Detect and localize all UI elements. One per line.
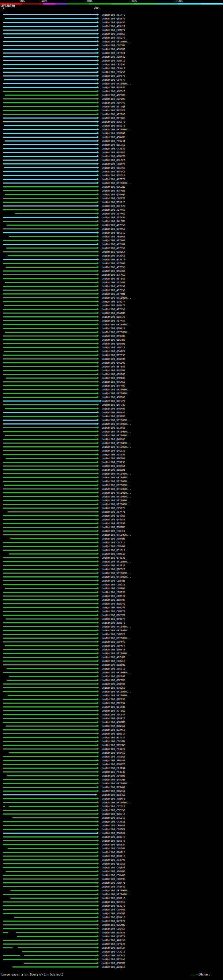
hit-label[interactable]: UniRef100_B7G216 bbox=[102, 817, 125, 819]
hit-row[interactable]: UniRef100_UPI0000... bbox=[0, 296, 223, 300]
hit-label[interactable]: UniRef100_B4L5M3 bbox=[102, 220, 125, 223]
hit-bar[interactable] bbox=[3, 370, 97, 371]
hit-label[interactable]: UniRef100_B46M93 bbox=[102, 407, 125, 410]
hit-label[interactable]: UniRef100_UPI0000... bbox=[102, 480, 131, 483]
hit-label[interactable]: UniRef100_A9RRM6 bbox=[102, 538, 125, 540]
hit-bar[interactable] bbox=[3, 833, 97, 834]
hit-label[interactable]: UniRef100_Q8SW75 bbox=[102, 18, 125, 20]
hit-label[interactable]: UniRef100_P62996 bbox=[102, 522, 125, 525]
hit-label[interactable]: UniRef100_B4F733 bbox=[102, 404, 125, 406]
hit-row[interactable]: UniRef100_B2Y132 bbox=[0, 736, 223, 740]
hit-bar[interactable] bbox=[3, 450, 97, 451]
hit-row[interactable]: UniRef100_UPI0000... bbox=[0, 323, 223, 326]
hit-bar[interactable] bbox=[3, 202, 97, 203]
hit-row[interactable]: UniRef100_C1GRL7 bbox=[0, 927, 223, 931]
hit-row[interactable]: UniRef100_Q7S9Y4 bbox=[0, 934, 223, 938]
hit-bar[interactable] bbox=[3, 798, 97, 799]
hit-label[interactable]: UniRef100_C4QWL5 bbox=[102, 660, 125, 663]
hit-label[interactable]: UniRef100_B9F5C6 bbox=[102, 170, 125, 173]
hit-bar[interactable] bbox=[5, 588, 98, 589]
hit-label[interactable]: UniRef100_B6K0D8 bbox=[102, 457, 125, 460]
hit-label[interactable]: UniRef100_A5DBM5 bbox=[102, 721, 125, 724]
hit-row[interactable]: UniRef100_Q9ATP4 bbox=[0, 349, 223, 353]
hit-bar[interactable] bbox=[3, 481, 97, 482]
hit-label[interactable]: UniRef100_A96XW5 bbox=[102, 870, 125, 873]
hit-label[interactable]: UniRef100_UPI0000... bbox=[102, 128, 131, 131]
hit-bar[interactable] bbox=[3, 416, 97, 417]
hit-bar[interactable] bbox=[9, 236, 98, 237]
hit-row[interactable]: UniRef100_A8N471 bbox=[0, 881, 223, 885]
hit-row[interactable]: UniRef100_A9V0H6 bbox=[0, 774, 223, 778]
hit-bar[interactable] bbox=[3, 500, 97, 501]
hit-row[interactable]: UniRef100_C1C3I5 bbox=[0, 541, 223, 544]
hit-row[interactable]: UniRef100_C1BFJ2 bbox=[0, 594, 223, 598]
hit-bar[interactable] bbox=[3, 26, 97, 27]
hit-bar[interactable] bbox=[3, 825, 97, 826]
hit-row[interactable]: UniRef100_A4RW63 bbox=[0, 32, 223, 36]
hit-label[interactable]: UniRef100_C1MXT2 bbox=[102, 29, 125, 32]
hit-label[interactable]: UniRef100_A9NGI1 bbox=[102, 346, 125, 349]
hit-label[interactable]: UniRef100_B6W0D1 bbox=[102, 469, 125, 471]
hit-label[interactable]: UniRef100_A7E5G0 bbox=[102, 756, 125, 758]
hit-row[interactable]: UniRef100_A8WWG8 bbox=[0, 235, 223, 239]
hit-row[interactable]: UniRef100_Q6EE62 bbox=[0, 675, 223, 678]
hit-bar[interactable] bbox=[3, 148, 97, 149]
hit-row[interactable]: UniRef100_C5FM50 bbox=[0, 808, 223, 812]
hit-bar[interactable] bbox=[5, 18, 98, 19]
hit-bar[interactable] bbox=[3, 580, 97, 581]
hit-row[interactable]: UniRef100_Q5RGL4 bbox=[0, 250, 223, 254]
hit-row[interactable]: UniRef100_Q7GHQ4 bbox=[0, 192, 223, 196]
hit-row[interactable]: UniRef100_A2QIL5 bbox=[0, 965, 223, 969]
hit-bar[interactable] bbox=[3, 779, 97, 780]
hit-label[interactable]: UniRef100_C1C3I5 bbox=[102, 541, 125, 544]
hit-label[interactable]: UniRef100_B5DDV1 bbox=[102, 606, 125, 609]
hit-bar[interactable] bbox=[3, 309, 97, 310]
hit-bar[interactable] bbox=[3, 718, 97, 719]
hit-bar[interactable] bbox=[4, 167, 97, 168]
hit-row[interactable]: UniRef100_A97M54 bbox=[0, 216, 223, 220]
hit-bar[interactable] bbox=[3, 339, 97, 340]
hit-label[interactable]: UniRef100_Q70250 bbox=[102, 687, 125, 689]
hit-bar[interactable] bbox=[10, 538, 97, 539]
hit-bar[interactable] bbox=[3, 385, 97, 386]
hit-row[interactable]: UniRef100_A67M57 bbox=[0, 319, 223, 323]
hit-bar[interactable] bbox=[3, 768, 97, 768]
hit-label[interactable]: UniRef100_A5DR04 bbox=[102, 683, 125, 686]
hit-row[interactable]: UniRef100_UPI0000... bbox=[0, 388, 223, 391]
hit-label[interactable]: UniRef100_Q7GHQ4 bbox=[102, 193, 125, 196]
hit-label[interactable]: UniRef100_Q6EE54 bbox=[102, 843, 125, 846]
hit-label[interactable]: UniRef100_C1EDU3 bbox=[102, 44, 125, 47]
hit-bar[interactable] bbox=[3, 496, 97, 497]
hit-row[interactable]: UniRef100_UPI0000... bbox=[0, 127, 223, 131]
hit-bar[interactable] bbox=[3, 454, 97, 455]
hit-bar[interactable] bbox=[3, 175, 97, 176]
hit-bar[interactable] bbox=[3, 802, 97, 803]
hit-row[interactable]: UniRef100_A97M58 bbox=[0, 265, 223, 269]
hit-row[interactable]: UniRef100_B3RNV5 bbox=[0, 762, 223, 766]
hit-row[interactable]: UniRef100_Q1JQ76 bbox=[0, 904, 223, 908]
hit-label[interactable]: UniRef100_A9NN19 bbox=[102, 59, 125, 62]
hit-label[interactable]: UniRef100_A9S177 bbox=[102, 37, 125, 39]
hit-row[interactable]: UniRef100_B46M93 bbox=[0, 407, 223, 410]
hit-bar[interactable] bbox=[3, 45, 97, 46]
hit-label[interactable]: UniRef100_Q5RGL4 bbox=[102, 251, 125, 253]
hit-bar[interactable] bbox=[3, 924, 97, 926]
hit-label[interactable]: UniRef100_UPI0000... bbox=[102, 323, 131, 326]
hit-row[interactable]: UniRef100_A67M71 bbox=[0, 510, 223, 514]
hit-row[interactable]: UniRef100_UPI0000... bbox=[0, 502, 223, 506]
hit-bar[interactable] bbox=[3, 745, 97, 746]
hit-bar[interactable] bbox=[3, 389, 97, 390]
hit-bar[interactable] bbox=[3, 324, 97, 325]
hit-bar[interactable] bbox=[3, 630, 97, 631]
hit-bar[interactable] bbox=[3, 68, 97, 69]
hit-row[interactable]: UniRef100_UPI0000... bbox=[0, 625, 223, 628]
hit-bar[interactable] bbox=[3, 156, 97, 157]
hit-bar[interactable] bbox=[3, 439, 97, 440]
hit-label[interactable]: UniRef100_UPI0000... bbox=[102, 694, 131, 697]
hit-row[interactable]: UniRef100_A97MG2 bbox=[0, 212, 223, 216]
hit-label[interactable]: UniRef100_Q56FD1 bbox=[102, 342, 125, 345]
hit-row[interactable]: UniRef100_Q9FUP4 bbox=[0, 399, 223, 403]
hit-row[interactable]: UniRef100_B6HIL3 bbox=[0, 850, 223, 854]
hit-bar[interactable] bbox=[3, 110, 97, 111]
hit-label[interactable]: UniRef100_C1BFW5 bbox=[102, 587, 125, 590]
